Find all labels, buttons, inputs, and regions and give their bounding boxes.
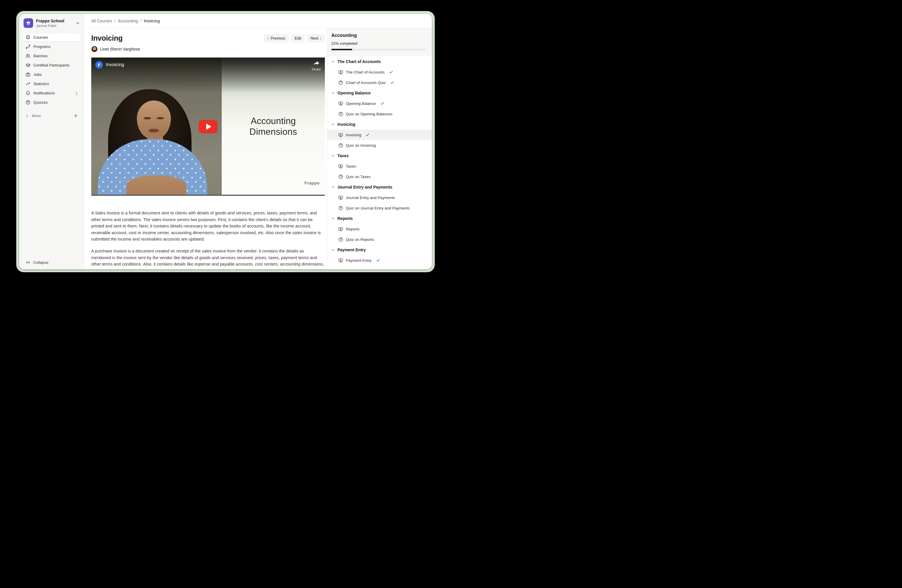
collapse-left-icon <box>25 260 30 265</box>
add-button[interactable] <box>74 114 78 118</box>
chapter-title: Opening Balance <box>337 91 371 95</box>
outline-quiz-quiz-on-opening-balances[interactable]: Quiz on Opening Balances <box>327 109 432 119</box>
sidebar-item-quizzes[interactable]: Quizzes <box>23 98 80 106</box>
outline-lesson-payment-entry[interactable]: Payment Entry <box>327 255 432 266</box>
outline-chapter-opening-balance[interactable]: Opening Balance <box>327 88 432 98</box>
sidebar-item-programs[interactable]: Programs <box>23 42 80 51</box>
next-label: Next <box>310 36 318 41</box>
sidebar-item-label: Programs <box>33 44 78 49</box>
video-title-link[interactable]: Invoicing <box>106 62 124 67</box>
chevron-right-icon: › <box>320 36 321 41</box>
notification-count-badge: 1 <box>75 91 78 95</box>
play-button[interactable] <box>199 120 218 133</box>
lesson-body-text: A Sales invoice is a formal document sen… <box>91 210 324 269</box>
outline-item-label: Opening Balance <box>346 102 376 106</box>
outline-item-label: Journal Entry and Payments <box>346 195 395 200</box>
chapter-title: Journal Entry and Payments <box>337 185 392 189</box>
outline-item-label: Taxes <box>346 164 356 169</box>
share-button[interactable]: Share <box>312 60 321 72</box>
workspace-switcher[interactable]: Frappe School Jannat Patel <box>19 14 84 31</box>
workspace-info: Frappe School Jannat Patel <box>36 18 73 28</box>
question-circle-icon <box>338 111 343 116</box>
outline-item-label: Quiz on Taxes <box>346 175 371 179</box>
video-titlebar: F Invoicing <box>95 61 124 69</box>
outline-lesson-invoicing[interactable]: Invoicing <box>327 130 432 140</box>
outline-quiz-quiz-on-reports[interactable]: Quiz on Reports <box>327 234 432 245</box>
sidebar-item-jobs[interactable]: Jobs <box>23 70 80 79</box>
breadcrumb: All Courses / Accounting / Invoicing <box>91 19 160 23</box>
sidebar-item-label: Courses <box>33 35 78 39</box>
briefcase-icon <box>25 72 31 77</box>
presenter-mouth <box>149 129 159 132</box>
course-outline-list: The Chart of AccountsThe Chart of Accoun… <box>327 56 432 269</box>
collapse-button[interactable]: Collapse <box>19 256 84 269</box>
outline-chapter-reports[interactable]: Reports <box>327 213 432 224</box>
chevron-down-icon <box>331 248 335 252</box>
help-circle-icon <box>25 100 31 105</box>
sidebar-item-more[interactable]: More <box>19 111 84 120</box>
outline-chapter-payment-entry[interactable]: Payment Entry <box>327 245 432 255</box>
edit-label: Edit <box>294 36 301 41</box>
outline-lesson-the-chart-of-accounts[interactable]: The Chart of Accounts <box>327 67 432 77</box>
question-circle-icon <box>338 237 343 242</box>
play-icon <box>206 124 211 130</box>
chevron-right-icon <box>25 114 29 118</box>
sidebar-item-courses[interactable]: Courses <box>23 33 80 42</box>
sidebar-item-notifications[interactable]: Notifications1 <box>23 89 80 97</box>
outline-lesson-journal-entry-and-payments[interactable]: Journal Entry and Payments <box>327 192 432 203</box>
lesson-content: Invoicing ‹ Previous Edit Ne <box>84 28 327 269</box>
outline-chapter-invoicing[interactable]: Invoicing <box>327 119 432 130</box>
breadcrumb-separator: / <box>114 19 116 23</box>
outline-lesson-reports[interactable]: Reports <box>327 224 432 234</box>
breadcrumb-accounting[interactable]: Accounting <box>118 19 138 23</box>
question-circle-icon <box>338 143 343 148</box>
sidebar-item-label: Notifications <box>33 91 73 95</box>
previous-button[interactable]: ‹ Previous <box>264 34 289 42</box>
course-outline-header: Accounting 22% completed <box>327 28 432 56</box>
sidebar-nav: CoursesProgramsBatchesCertified Particip… <box>19 31 84 108</box>
chevron-down-icon <box>331 123 335 126</box>
monitor-play-icon <box>338 70 343 75</box>
outline-item-label: Quiz on Invoicing <box>346 143 376 148</box>
next-button[interactable]: Next › <box>307 34 325 42</box>
completed-check-icon <box>376 258 380 262</box>
channel-avatar[interactable]: F <box>95 61 103 69</box>
outline-quiz-quiz-on-invoicing[interactable]: Quiz on Invoicing <box>327 140 432 150</box>
chevron-down-icon <box>331 217 335 220</box>
outline-quiz-quiz-on-taxes[interactable]: Quiz on Taxes <box>327 171 432 182</box>
video-bottom-bar <box>91 195 325 196</box>
breadcrumb-bar: All Courses / Accounting / Invoicing <box>84 14 432 28</box>
outline-quiz-chart-of-accounts-quiz[interactable]: Chart of Accounts Quiz <box>327 77 432 88</box>
outline-quiz-quiz-on-journal-entry-and-payments[interactable]: Quiz on Journal Entry and Payments <box>327 203 432 213</box>
sidebar-item-batches[interactable]: Batches <box>23 52 80 60</box>
video-player[interactable]: Accounting Dimensions Frappe F Invoicing <box>91 58 325 196</box>
trending-up-icon <box>25 81 31 86</box>
breadcrumb-all-courses[interactable]: All Courses <box>91 19 112 23</box>
edit-button[interactable]: Edit <box>291 34 305 42</box>
monitor-play-icon <box>338 133 343 138</box>
frappe-school-logo <box>23 18 33 28</box>
outline-lesson-taxes[interactable]: Taxes <box>327 161 432 171</box>
sidebar-item-statistics[interactable]: Statistics <box>23 80 80 88</box>
lesson-paragraph-1: A Sales invoice is a formal document sen… <box>91 210 324 242</box>
outline-lesson-opening-balance[interactable]: Opening Balance <box>327 98 432 109</box>
outline-chapter-the-chart-of-accounts[interactable]: The Chart of Accounts <box>327 56 432 67</box>
outline-chapter-journal-entry-and-payments[interactable]: Journal Entry and Payments <box>327 182 432 192</box>
outline-item-label: Quiz on Journal Entry and Payments <box>346 206 410 210</box>
chapter-title: Invoicing <box>337 122 355 127</box>
progress-label: 22% completed <box>331 41 426 45</box>
chevron-down-icon <box>75 21 80 25</box>
monitor-play-icon <box>338 195 343 200</box>
users-icon <box>25 53 31 58</box>
outline-chapter-taxes[interactable]: Taxes <box>327 150 432 161</box>
question-circle-icon <box>338 174 343 179</box>
sidebar-item-label: Quizzes <box>33 100 78 105</box>
frappe-watermark: Frappe <box>305 180 319 185</box>
workspace-user: Jannat Patel <box>36 24 73 28</box>
chevron-down-icon <box>331 60 335 63</box>
monitor-play-icon <box>338 227 343 231</box>
presenter-face <box>137 100 171 139</box>
breadcrumb-current: Invoicing <box>144 19 160 23</box>
sidebar-item-certified-participants[interactable]: Certified Participants <box>23 61 80 69</box>
completed-check-icon <box>381 102 384 105</box>
